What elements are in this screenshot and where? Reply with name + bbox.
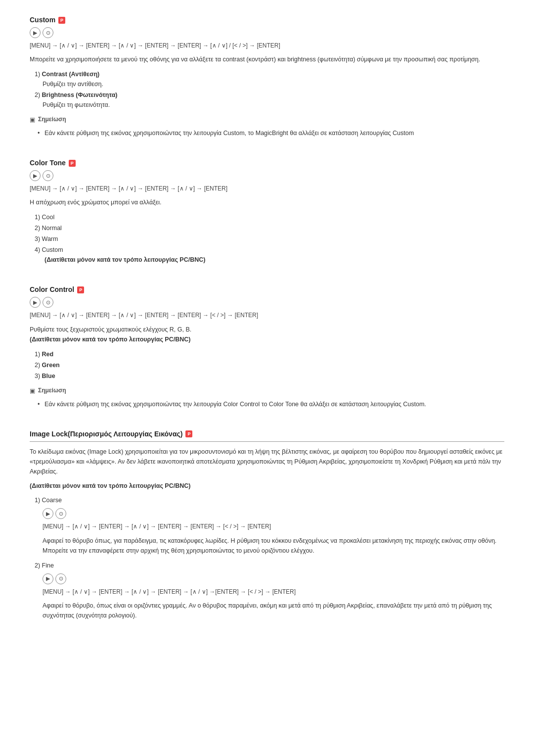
image-lock-desc: Το κλείδωμα εικόνας (Image Lock) χρησιμο…	[30, 447, 504, 476]
note-label: Σημείωση	[38, 386, 66, 395]
image-lock-list: 1) Coarse ▶ ⊙ [MENU] → [∧ / ∨] → [ENTER]…	[35, 495, 504, 620]
color-tone-title-text: Color Tone	[30, 158, 66, 168]
list-item: 1) Red	[35, 349, 504, 359]
custom-nav-icons: ▶ ⊙	[30, 27, 504, 38]
list-item: 4) Custom (Διατίθεται μόνον κατά τον τρό…	[35, 245, 504, 265]
color-control-bullets: Εάν κάνετε ρύθμιση της εικόνας χρησιμοπο…	[38, 399, 504, 409]
bullet-item: Εάν κάνετε ρύθμιση της εικόνας χρησιμοπο…	[38, 399, 504, 409]
color-control-list: 1) Red 2) Green 3) Blue	[35, 349, 504, 381]
coarse-nav-left[interactable]: ▶	[43, 508, 53, 519]
color-control-title-text: Color Control	[30, 284, 74, 295]
color-control-section: Color Control P ▶ ⊙ [MENU] → [∧ / ∨] → […	[30, 284, 504, 409]
custom-list: 1) Contrast (Αντίθεση) Ρυθμίζει την αντί…	[35, 69, 504, 110]
custom-title: Custom P	[30, 15, 504, 25]
color-control-note: ▣ Σημείωση	[30, 386, 504, 395]
custom-title-text: Custom	[30, 15, 55, 25]
custom-desc: Μπορείτε να χρησιμοποιήσετε τα μενού της…	[30, 54, 504, 64]
bullet-item: Εάν κάνετε ρύθμιση της εικόνας χρησιμοπο…	[38, 128, 504, 138]
custom-bullets: Εάν κάνετε ρύθμιση της εικόνας χρησιμοπο…	[38, 128, 504, 138]
fine-desc: Αφαιρεί το θόρυβο, όπως είναι οι οριζόντ…	[43, 601, 504, 620]
color-control-desc: Ρυθμίστε τους ξεχωριστούς χρωματικούς ελ…	[30, 325, 504, 344]
coarse-nav-right[interactable]: ⊙	[55, 508, 66, 519]
fine-nav-left[interactable]: ▶	[43, 573, 53, 584]
custom-nav-path: [MENU] → [∧ / ∨] → [ENTER] → [∧ / ∨] → […	[30, 41, 504, 50]
note-icon: ▣	[30, 115, 35, 124]
color-tone-nav-icons: ▶ ⊙	[30, 170, 504, 181]
image-lock-title-text: Image Lock(Περιορισμός Λειτουργίας Εικόν…	[30, 429, 182, 439]
color-tone-nav-left[interactable]: ▶	[30, 170, 41, 181]
color-control-title: Color Control P	[30, 284, 504, 295]
color-control-p-icon: P	[77, 286, 84, 293]
color-control-nav-right[interactable]: ⊙	[43, 297, 53, 308]
note-label: Σημείωση	[38, 115, 66, 124]
custom-p-icon: P	[58, 17, 65, 24]
coarse-subsection: ▶ ⊙ [MENU] → [∧ / ∨] → [ENTER] → [∧ / ∨]…	[43, 508, 504, 555]
color-tone-nav-right[interactable]: ⊙	[43, 170, 53, 181]
image-lock-section: Image Lock(Περιορισμός Λειτουργίας Εικόν…	[30, 429, 504, 620]
fine-subsection: ▶ ⊙ [MENU] → [∧ / ∨] → [ENTER] → [∧ / ∨]…	[43, 573, 504, 620]
color-tone-title: Color Tone P	[30, 158, 504, 168]
list-item: 2) Green	[35, 360, 504, 370]
list-item: 2) Fine ▶ ⊙ [MENU] → [∧ / ∨] → [ENTER] →…	[35, 561, 504, 620]
image-lock-note: (Διατίθεται μόνον κατά τον τρόπο λειτουρ…	[30, 481, 504, 491]
fine-nav-icons: ▶ ⊙	[43, 573, 504, 584]
color-tone-desc: Η απόχρωση ενός χρώματος μπορεί να αλλάξ…	[30, 197, 504, 207]
color-tone-p-icon: P	[69, 160, 76, 167]
color-control-nav-path: [MENU] → [∧ / ∨] → [ENTER] → [∧ / ∨] → […	[30, 311, 504, 320]
fine-nav-right[interactable]: ⊙	[55, 573, 66, 584]
list-item: 1) Cool	[35, 212, 504, 222]
coarse-nav-icons: ▶ ⊙	[43, 508, 504, 519]
color-tone-list: 1) Cool 2) Normal 3) Warm 4) Custom (Δια…	[35, 212, 504, 265]
list-item: 1) Contrast (Αντίθεση) Ρυθμίζει την αντί…	[35, 69, 504, 89]
list-item: 1) Coarse ▶ ⊙ [MENU] → [∧ / ∨] → [ENTER]…	[35, 495, 504, 555]
list-item: 3) Blue	[35, 371, 504, 381]
color-tone-section: Color Tone P ▶ ⊙ [MENU] → [∧ / ∨] → [ENT…	[30, 158, 504, 265]
custom-note: ▣ Σημείωση	[30, 115, 504, 124]
coarse-nav-path: [MENU] → [∧ / ∨] → [ENTER] → [∧ / ∨] → […	[43, 522, 504, 531]
custom-section: Custom P ▶ ⊙ [MENU] → [∧ / ∨] → [ENTER] …	[30, 15, 504, 138]
color-tone-nav-path: [MENU] → [∧ / ∨] → [ENTER] → [∧ / ∨] → […	[30, 184, 504, 193]
image-lock-title: Image Lock(Περιορισμός Λειτουργίας Εικόν…	[30, 429, 504, 442]
image-lock-p-icon: P	[185, 430, 192, 437]
list-item: 2) Brightness (Φωτεινότητα) Ρυθμίζει τη …	[35, 90, 504, 110]
note-icon: ▣	[30, 386, 35, 395]
custom-nav-right[interactable]: ⊙	[43, 27, 53, 38]
coarse-desc: Αφαιρεί το θόρυβο όπως, για παράδειγμα, …	[43, 536, 504, 556]
custom-nav-left[interactable]: ▶	[30, 27, 41, 38]
fine-nav-path: [MENU] → [∧ / ∨] → [ENTER] → [∧ / ∨] → […	[43, 587, 504, 597]
list-item: 3) Warm	[35, 234, 504, 244]
list-item: 2) Normal	[35, 223, 504, 233]
color-control-nav-icons: ▶ ⊙	[30, 297, 504, 308]
color-control-nav-left[interactable]: ▶	[30, 297, 41, 308]
